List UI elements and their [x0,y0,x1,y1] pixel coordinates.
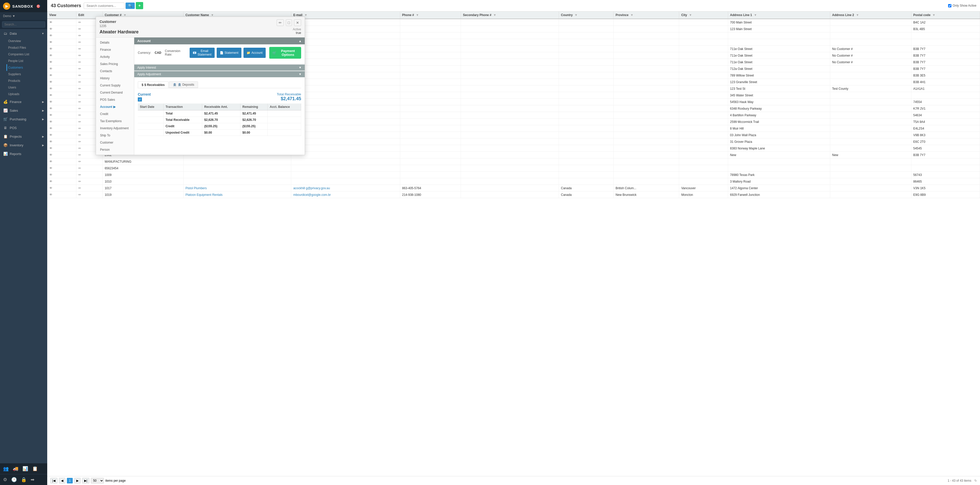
edit-icon[interactable]: ✏ [78,67,81,71]
nav-contacts[interactable]: Contacts [96,68,134,75]
view-icon[interactable]: 👁 [49,27,52,31]
edit-icon[interactable]: ✏ [78,100,81,104]
nav-credit[interactable]: Credit [96,110,134,117]
sidebar-search-input[interactable] [2,21,45,27]
nav-sales-pricing[interactable]: Sales Pricing [96,60,134,68]
edit-icon[interactable]: ✏ [78,106,81,110]
edit-icon[interactable]: ✏ [78,34,81,38]
edit-icon[interactable]: ✏ [78,120,81,124]
edit-icon[interactable]: ✏ [78,179,81,183]
page-1-button[interactable]: 1 [67,478,73,483]
per-page-select[interactable]: 50 100 200 [91,478,104,483]
filter-email[interactable]: ▼ [304,13,307,17]
view-icon[interactable]: 👁 [49,67,52,71]
apply-adjustment-section[interactable]: Apply Adjustment ▼ [134,71,305,77]
view-icon[interactable]: 👁 [49,113,52,117]
edit-icon[interactable]: ✏ [78,166,81,170]
sidebar-item-reports[interactable]: 📊 Reports [0,149,47,158]
account-section-header[interactable]: Account ▲ [134,38,305,44]
nav-customer[interactable]: Customer [96,139,134,146]
edit-icon[interactable]: ✏ [78,127,81,130]
filter-addr1[interactable]: ▼ [754,13,757,17]
view-icon[interactable]: 👁 [49,166,52,170]
deposits-tab[interactable]: 🏦 🏦 Deposits [169,81,198,88]
edit-icon[interactable]: ✏ [78,21,81,24]
view-icon[interactable]: 👁 [49,73,52,77]
doc-footer-icon[interactable]: 📋 [31,465,39,472]
edit-icon[interactable]: ✏ [78,47,81,51]
sidebar-item-data[interactable]: 🗂 Data ▼ [0,29,47,38]
next-page-button[interactable]: ▶ [74,478,81,483]
email-statement-button[interactable]: 📧 Email Statement [189,48,215,58]
edit-icon[interactable]: ✏ [78,54,81,57]
sidebar-item-pos[interactable]: 🖥 POS [0,124,47,132]
only-active-checkbox[interactable] [948,4,951,7]
filter-sec-phone[interactable]: ▼ [493,13,496,17]
current-checkbox[interactable]: ✓ [138,97,142,101]
payment-options-button[interactable]: 🛒 Payment Options [269,47,301,59]
sidebar-item-uploads[interactable]: Uploads [8,91,47,97]
expand-overlay-button[interactable]: □ [286,19,292,26]
last-page-button[interactable]: ▶| [82,478,89,483]
statement-button[interactable]: 📄 Statement [217,48,242,58]
edit-icon[interactable]: ✏ [78,186,81,190]
sidebar-item-customers[interactable]: Customers [6,64,47,71]
view-icon[interactable]: 👁 [49,186,52,190]
sidebar-item-people-list[interactable]: People List [8,58,47,64]
filter-customer-name[interactable]: ▼ [211,13,214,17]
email-link[interactable]: mbourdicel@google.com.br [293,193,331,197]
sidebar-item-products[interactable]: Products [8,78,47,84]
view-icon[interactable]: 👁 [49,21,52,24]
nav-current-supply[interactable]: Current Supply [96,82,134,89]
search-input[interactable] [84,3,124,9]
sidebar-item-suppliers[interactable]: Suppliers [8,71,47,78]
view-icon[interactable]: 👁 [49,60,52,64]
customer-name-link[interactable]: Pistol Plumbers [186,186,207,190]
settings-icon[interactable]: ⚙ [2,476,8,483]
filter-country[interactable]: ▼ [574,13,578,17]
email-link[interactable]: acockhill g@privacy.gov.au [293,186,330,190]
view-icon[interactable]: 👁 [49,47,52,51]
view-icon[interactable]: 👁 [49,80,52,84]
view-icon[interactable]: 👁 [49,40,52,44]
view-icon[interactable]: 👁 [49,160,52,163]
edit-overlay-button[interactable]: ✏ [277,19,284,26]
view-icon[interactable]: 👁 [49,120,52,124]
close-overlay-button[interactable]: ✕ [294,19,301,26]
nav-account[interactable]: Account ▶ [96,103,134,110]
first-page-button[interactable]: |◀ [50,478,57,483]
edit-icon[interactable]: ✏ [78,160,81,163]
edit-icon[interactable]: ✏ [78,146,81,150]
receivables-tab[interactable]: $ $ Receivables [138,81,169,88]
edit-icon[interactable]: ✏ [78,40,81,44]
nav-ship-to[interactable]: Ship To [96,132,134,139]
lock-icon[interactable]: 🔒 [20,476,27,483]
filter-postal[interactable]: ▼ [932,13,935,17]
view-icon[interactable]: 👁 [49,100,52,104]
account-button[interactable]: 📁 Account [243,48,266,58]
view-icon[interactable]: 👁 [49,34,52,38]
edit-icon[interactable]: ✏ [78,94,81,97]
view-icon[interactable]: 👁 [49,179,52,183]
filter-customer-num[interactable]: ▼ [124,13,127,17]
sidebar-item-users[interactable]: Users [8,84,47,91]
sidebar-item-sales[interactable]: 📈 Sales ▶ [0,106,47,115]
view-icon[interactable]: 👁 [49,173,52,177]
filter-phone[interactable]: ▼ [416,13,419,17]
nav-history[interactable]: History [96,75,134,82]
edit-icon[interactable]: ✏ [78,140,81,144]
view-icon[interactable]: 👁 [49,87,52,90]
view-icon[interactable]: 👁 [49,94,52,97]
add-customer-button[interactable]: + [136,2,143,9]
edit-icon[interactable]: ✏ [78,87,81,90]
nav-pos-sales[interactable]: POS Sales [96,96,134,103]
apply-interest-section[interactable]: Apply Interest ▼ [134,65,305,71]
view-icon[interactable]: 👁 [49,193,52,197]
edit-icon[interactable]: ✏ [78,133,81,137]
view-icon[interactable]: 👁 [49,54,52,57]
nav-details[interactable]: Details [96,39,134,46]
truck-footer-icon[interactable]: 🚚 [12,465,19,472]
sidebar-item-companies-list[interactable]: Companies List [8,51,47,58]
search-button[interactable]: 🔍 [126,3,135,9]
sidebar-item-overview[interactable]: Overview [8,38,47,44]
